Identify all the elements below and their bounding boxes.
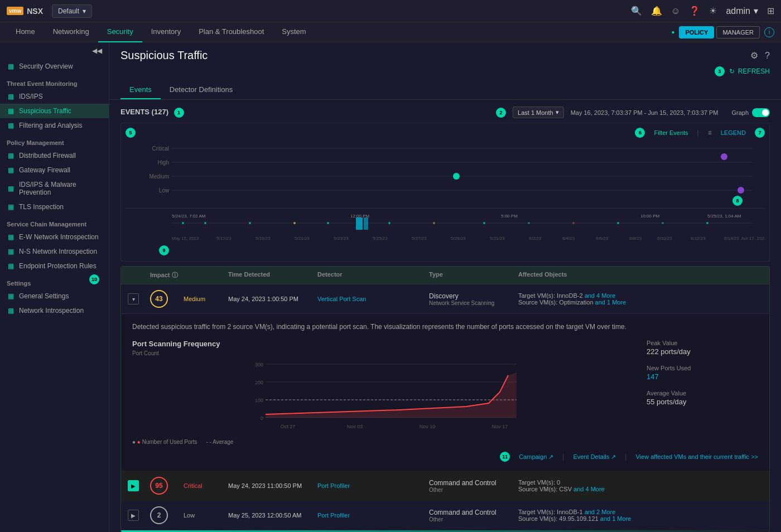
nav-security[interactable]: Security <box>98 22 142 42</box>
environment-dropdown[interactable]: Default ▾ <box>52 4 92 18</box>
target-vms-3: Target VM(s): InnoDB-1 and 2 More <box>518 509 763 515</box>
tab-detector-definitions[interactable]: Detector Definitions <box>161 81 242 99</box>
type-sub-3: Other <box>429 516 518 523</box>
annotation-1: 1 <box>174 108 184 118</box>
distributed-fw-icon: ▦ <box>7 152 15 159</box>
sidebar-item-distributed-fw[interactable]: ▦ Distributed Firewall <box>0 148 109 163</box>
sidebar-item-label: Security Overview <box>19 62 73 70</box>
admin-menu[interactable]: admin ▾ <box>726 6 758 16</box>
header-help-icon[interactable]: ? <box>765 51 770 61</box>
graph-toggle-switch[interactable] <box>752 108 770 117</box>
nav-system[interactable]: System <box>273 22 315 42</box>
apps-icon[interactable]: ⊞ <box>767 6 774 16</box>
navigation-bar: Home Networking Security Inventory Plan … <box>0 22 781 42</box>
sidebar-item-ns-network[interactable]: ▦ N-S Network Introspection <box>0 244 109 259</box>
section-service-chain: Service Chain Management <box>0 214 109 230</box>
stat-avg: Average Value 55 ports/day <box>647 390 758 406</box>
view-affected-vms-link[interactable]: View affected VMs and their current traf… <box>635 453 758 460</box>
sidebar-collapse[interactable]: ◀◀ <box>0 42 109 59</box>
svg-text:May 15, 2023: May 15, 2023 <box>172 236 199 241</box>
time-cell-1: May 24, 2023 1:00:50 PM <box>228 296 317 302</box>
source-more-link-2[interactable]: and 4 More <box>573 486 605 492</box>
policy-button[interactable]: POLICY <box>679 26 714 38</box>
detector-link-2[interactable]: Port Profiler <box>317 482 350 489</box>
severity-chart: Critical High Medium Low 8 <box>126 140 765 206</box>
source-more-link-1[interactable]: and 1 More <box>595 299 626 306</box>
nav-home[interactable]: Home <box>7 22 44 42</box>
nav-info-icon[interactable]: i <box>764 27 774 37</box>
sidebar-item-filtering[interactable]: ▦ Filtering and Analysis <box>0 118 109 133</box>
nav-networking[interactable]: Networking <box>44 22 98 42</box>
expand-button-2[interactable]: ▶ <box>128 480 139 491</box>
time-filter-dropdown[interactable]: Last 1 Month ▾ <box>513 107 564 118</box>
detector-link-1[interactable]: Vertical Port Scan <box>317 296 366 302</box>
settings-gear-icon[interactable]: ⚙ <box>750 50 758 61</box>
nav-plan-troubleshoot[interactable]: Plan & Troubleshoot <box>190 22 273 42</box>
graph-toggle[interactable]: Graph <box>731 108 770 117</box>
detector-cell-2[interactable]: Port Profiler <box>317 482 429 490</box>
svg-rect-17 <box>356 217 363 230</box>
help-icon[interactable]: ❓ <box>689 6 700 16</box>
table-row-3[interactable]: ▶ 2 Low May 25, 2023 12:00:50 AM Port Pr… <box>121 501 769 530</box>
header-actions: ⚙ ? <box>750 50 770 61</box>
sidebar-item-network-introspection[interactable]: ▦ Network Introspection <box>0 303 109 318</box>
svg-text:6/8/23: 6/8/23 <box>629 236 642 241</box>
svg-text:Low: Low <box>159 187 170 194</box>
svg-text:5/25/23, 1:04 AM: 5/25/23, 1:04 AM <box>707 214 741 219</box>
sidebar-item-tls[interactable]: ▦ TLS Inspection <box>0 200 109 214</box>
detector-cell-1[interactable]: Vertical Port Scan <box>317 295 429 303</box>
campaign-link[interactable]: Campaign ↗ <box>519 453 553 461</box>
expand-button-3[interactable]: ▶ <box>128 510 139 521</box>
events-header: EVENTS (127) 1 2 Last 1 Month ▾ May 16, … <box>120 107 770 118</box>
user-icon[interactable]: ☺ <box>671 6 680 16</box>
sidebar-item-ids-ips[interactable]: ▦ IDS/IPS <box>0 89 109 104</box>
suspicious-icon: ▦ <box>7 107 15 115</box>
tab-events[interactable]: Events <box>120 81 161 99</box>
svg-text:100: 100 <box>255 398 263 403</box>
table-row: ▶ 95 Critical May 24, 2023 11:00:50 PM P… <box>121 471 769 501</box>
svg-text:Nov 03: Nov 03 <box>347 424 363 429</box>
sidebar-item-endpoint[interactable]: ▦ Endpoint Protection Rules <box>0 259 109 273</box>
event-details-link[interactable]: Event Details ↗ <box>573 453 616 461</box>
app-logo[interactable]: vmw NSX <box>7 7 43 16</box>
nav-inventory[interactable]: Inventory <box>142 22 190 42</box>
svg-point-22 <box>528 222 530 224</box>
sidebar-item-label: Network Introspection <box>19 307 84 315</box>
filter-events-button[interactable]: Filter Events <box>654 129 688 136</box>
events-table: Impact ⓘ Time Detected Detector Type Aff… <box>120 266 770 532</box>
search-icon[interactable]: 🔍 <box>631 6 642 16</box>
source-vms-3: Source VM(s): 49.95.109.121 and 1 More <box>518 515 763 522</box>
type-sub-2: Other <box>429 487 518 493</box>
legend-button[interactable]: LEGEND <box>721 129 746 136</box>
target-vms-1: Target VM(s): InnoDB-2 and 4 More <box>518 292 763 299</box>
detector-link-3[interactable]: Port Profiler <box>317 512 350 519</box>
source-more-link-3[interactable]: and 1 More <box>600 515 631 522</box>
sidebar-item-suspicious-traffic[interactable]: ▦ Suspicious Traffic <box>0 104 109 118</box>
sidebar: ◀◀ ▦ Security Overview Threat Event Moni… <box>0 42 109 532</box>
manager-button[interactable]: MANAGER <box>716 26 760 38</box>
svg-point-23 <box>572 222 575 224</box>
table-row-1[interactable]: ▾ 43 Medium May 24, 2023 1:00:50 PM Vert… <box>121 284 769 313</box>
target-more-link-3[interactable]: and 2 More <box>585 509 616 515</box>
svg-text:5/23/23: 5/23/23 <box>334 236 349 241</box>
new-ports-value[interactable]: 147 <box>647 373 758 381</box>
bell-icon[interactable]: 🔔 <box>651 6 662 16</box>
table-row-2[interactable]: ▶ 95 Critical May 24, 2023 11:00:50 PM P… <box>121 471 769 500</box>
expand-cell-2: ▶ <box>128 480 150 491</box>
svg-text:Jun 17, 2023: Jun 17, 2023 <box>741 236 765 241</box>
impact-cell-3: 2 <box>150 506 184 524</box>
svg-point-19 <box>388 222 390 224</box>
collapse-button-1[interactable]: ▾ <box>128 293 139 304</box>
sidebar-item-security-overview[interactable]: ▦ Security Overview <box>0 59 109 74</box>
detail-footer: 11 Campaign ↗ | Event Details ↗ | View a… <box>132 452 758 462</box>
sidebar-item-ew-network[interactable]: ▦ E-W Network Introspection <box>0 230 109 244</box>
avg-label: Average Value <box>647 390 758 396</box>
sidebar-item-general-settings[interactable]: ▦ General Settings <box>0 289 109 303</box>
settings-icon[interactable]: ☀ <box>709 6 717 16</box>
detector-cell-3[interactable]: Port Profiler <box>317 511 429 519</box>
refresh-button[interactable]: ↻ REFRESH <box>729 67 770 75</box>
annotation-3: 3 <box>715 66 725 76</box>
sidebar-item-ids-malware[interactable]: ▦ IDS/IPS & Malware Prevention <box>0 177 109 200</box>
sidebar-item-gateway-fw[interactable]: ▦ Gateway Firewall <box>0 163 109 177</box>
target-more-link-1[interactable]: and 4 More <box>585 292 616 299</box>
